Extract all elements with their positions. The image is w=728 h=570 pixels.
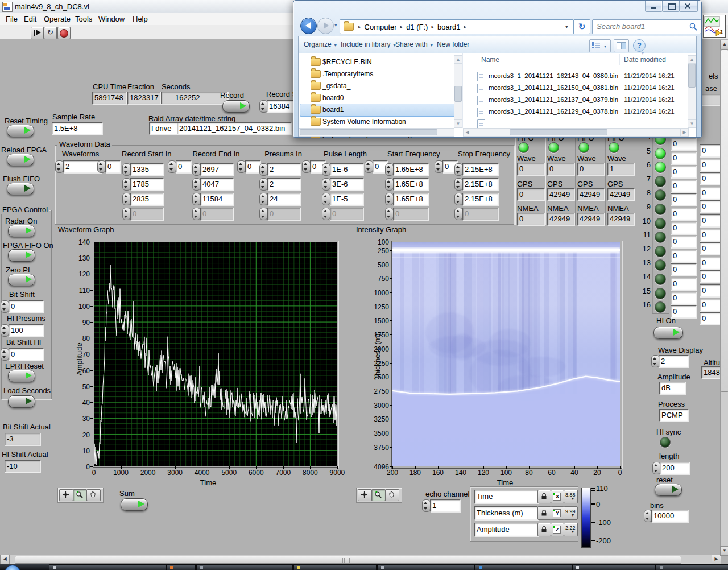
axis-lock-button[interactable] [537,523,551,536]
numeric-spinner[interactable] [1,348,9,361]
file-name[interactable]: mcords3_1_20141121_162150_04_0381.bin [489,84,618,91]
array-element-value[interactable]: 2.15E+8 [462,178,498,191]
axis-name-z[interactable]: Amplitude [474,523,538,536]
epri-reset-toggle[interactable] [8,370,35,382]
channel-value-a[interactable]: 0 [671,138,697,150]
array-element-spinner[interactable] [259,178,268,191]
tree-item[interactable]: $RECYCLE.BIN [322,58,372,66]
channel-value-a[interactable]: 0 [671,152,697,164]
menu-edit[interactable]: Edit [24,15,36,23]
array-element-spinner[interactable] [259,163,268,176]
list-scroll-down[interactable]: ▼ [688,119,696,128]
list-hscroll-right[interactable]: ▶ [680,128,689,137]
wave-display-value[interactable]: 2 [659,355,689,367]
axis-lock-button[interactable] [537,490,551,503]
channel-value-b[interactable]: 0 [700,144,723,157]
file-name[interactable]: mcords3_1_20141121_162143_04_0380.bin [489,72,618,79]
array-element-spinner[interactable] [454,193,463,205]
help-button[interactable]: ? [633,39,646,52]
taskbar-button[interactable] [196,564,293,570]
taskbar-button[interactable] [656,564,728,570]
amplitude-units-value[interactable]: dB [659,382,686,394]
bit-shift-hi-value[interactable]: 0 [9,348,44,361]
waveforms-spinner[interactable] [55,160,64,173]
column-header-name[interactable]: Name [481,56,499,64]
channel-value-b[interactable]: 0 [700,299,723,311]
tree-item[interactable]: board0 [322,94,344,102]
breadcrumb-item[interactable]: board1 [437,23,460,31]
fpga-fifo-on-toggle[interactable] [8,249,35,262]
list-hscroll-left[interactable]: ◀ [463,128,471,137]
channel-value-b[interactable]: 0 [700,284,723,297]
tree-scroll-down[interactable]: ▼ [454,119,462,128]
array-element-spinner[interactable] [454,163,463,176]
array-element-value[interactable]: 11584 [200,193,234,205]
run-button[interactable] [31,27,44,39]
hi-on-toggle[interactable] [653,327,683,339]
reset-toggle[interactable] [655,484,682,496]
breadcrumb-caret-icon[interactable]: ▾ [565,24,568,30]
list-hscroll-thumb[interactable] [510,129,607,135]
channel-value-a[interactable]: 0 [671,222,697,234]
run-continuous-button[interactable]: ↻ [44,27,57,39]
command-include-in-library[interactable]: Include in library▾ [341,40,395,48]
sample-rate-value[interactable]: 1.5E+8 [52,122,102,135]
refresh-button[interactable]: ↻ [573,19,590,34]
array-element-value[interactable]: 2.15E+8 [462,193,498,205]
breadcrumb-item[interactable]: Computer [365,23,397,31]
array-index-spinner[interactable] [168,160,176,173]
axis-format-button[interactable]: 2.22▾ [564,523,578,536]
channel-value-a[interactable]: 0 [671,250,697,262]
v-scroll-down-button[interactable]: ▼ [720,546,728,556]
channel-value-a[interactable]: 0 [671,278,697,290]
column-header-date[interactable]: Date modified [624,56,666,64]
array-element-value[interactable]: 1335 [130,163,164,176]
array-element-value[interactable]: 1.65E+8 [393,193,429,205]
view-button[interactable]: ▾ [589,39,611,52]
echo-channel-spinner[interactable] [422,499,431,512]
axis-autoscale-button[interactable]: X [551,490,564,503]
array-element-value[interactable]: 2835 [130,193,164,205]
channel-value-a[interactable]: 0 [671,208,697,220]
array-element-spinner[interactable] [385,178,394,191]
array-index-spinner[interactable] [365,160,373,173]
h-scrollbar-thumb[interactable] [15,556,681,564]
waveform-palette-zoom-button[interactable] [73,489,87,501]
axis-lock-button[interactable] [537,506,551,520]
channel-value-b[interactable]: 0 [700,200,723,213]
array-element-value[interactable]: 2.15E+8 [462,163,498,176]
array-element-spinner[interactable] [122,163,131,176]
array-element-spinner[interactable] [192,178,201,191]
preview-pane-button[interactable] [614,39,629,52]
waveform-palette-cursor-button[interactable] [59,489,73,501]
list-scroll-up[interactable]: ▲ [688,55,696,64]
menu-tools[interactable]: Tools [75,15,92,23]
echo-channel-value[interactable]: 1 [430,499,460,512]
channel-value-b[interactable]: 0 [700,172,723,185]
channel-value-b[interactable]: 0 [700,187,723,199]
sum-toggle[interactable] [121,498,148,511]
bit-shift-value[interactable]: 0 [9,300,44,313]
channel-value-a[interactable]: 0 [671,292,697,304]
menu-operate[interactable]: Operate [44,15,71,23]
channel-value-a[interactable]: 0 [671,263,697,276]
v-scrollbar-thumb[interactable] [721,49,728,392]
command-share-with[interactable]: Share with▾ [395,40,433,48]
array-element-spinner[interactable] [322,178,330,191]
channel-value-b[interactable]: 0 [700,242,723,255]
array-element-value[interactable]: 3E-6 [330,178,363,191]
back-button[interactable] [300,18,317,34]
array-element-spinner[interactable] [454,178,463,191]
array-element-spinner[interactable] [385,193,394,205]
numeric-spinner[interactable] [1,324,9,337]
v-scroll-up-button[interactable]: ▲ [720,40,728,49]
array-index-spinner[interactable] [302,160,311,173]
array-element-value[interactable]: 24 [267,193,301,205]
raid-file-value[interactable]: 20141121_162157_04_0382.bin [177,122,291,135]
array-element-spinner[interactable] [192,193,201,205]
array-element-spinner[interactable] [122,193,131,205]
tree-scroll-thumb[interactable] [454,86,462,102]
close-button[interactable] [679,1,698,12]
array-element-value[interactable]: 2 [267,163,301,176]
flush-fifo-toggle[interactable] [7,183,34,195]
